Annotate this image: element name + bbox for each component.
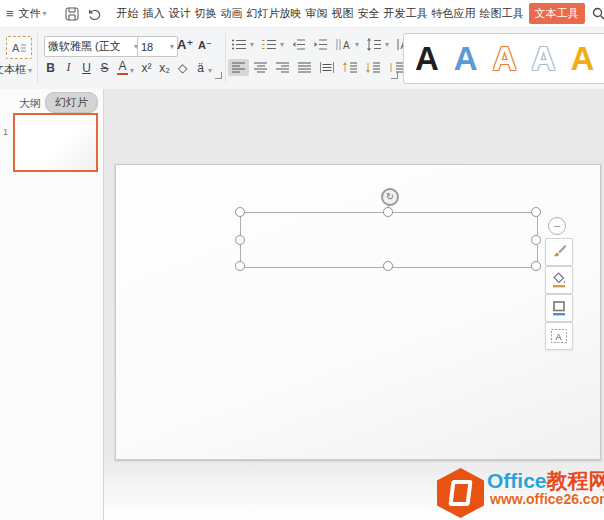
bold-button[interactable]: B <box>45 61 56 75</box>
tab-special-apps[interactable]: 特色应用 <box>430 6 478 21</box>
subscript-button[interactable]: x₂ <box>159 61 170 75</box>
chevron-down-icon[interactable]: ▾ <box>130 66 134 75</box>
resize-handle-top-left[interactable] <box>235 207 245 217</box>
justify-button[interactable] <box>297 61 312 74</box>
paragraph-dialog-launcher[interactable] <box>391 72 398 79</box>
line-spacing-icon <box>366 38 382 51</box>
find-button[interactable]: 查找 <box>592 6 604 21</box>
ribbon-tabs: 开始 插入 设计 切换 动画 幻灯片放映 审阅 视图 安全 开发工具 特色应用 … <box>115 3 585 24</box>
resize-handle-top-right[interactable] <box>531 207 541 217</box>
search-icon <box>592 7 604 20</box>
insert-textbox-icon[interactable]: A <box>6 36 32 59</box>
decrease-indent-button[interactable] <box>291 38 306 51</box>
align-right-button[interactable] <box>275 61 290 74</box>
decrease-paragraph-spacing-button[interactable] <box>365 61 381 74</box>
line-spacing-button[interactable]: ▾ <box>366 38 389 51</box>
superscript-button[interactable]: x² <box>141 61 152 75</box>
bullet-list-icon <box>231 38 247 51</box>
increase-paragraph-spacing-button[interactable] <box>342 61 358 74</box>
text-effects-icon: A <box>550 328 568 344</box>
tab-drawing-tools[interactable]: 绘图工具 <box>478 6 526 21</box>
resize-handle-middle-right[interactable] <box>531 235 541 245</box>
font-format-row: B I U S A ▾ x² x₂ ◇ ä ▾ <box>45 59 212 75</box>
distribute-icon <box>319 61 335 74</box>
text-direction-icon: A <box>335 38 352 51</box>
chevron-down-icon[interactable]: ▾ <box>43 9 47 18</box>
tab-animation[interactable]: 动画 <box>219 6 245 21</box>
align-center-button[interactable] <box>253 61 268 74</box>
tab-design[interactable]: 设计 <box>167 6 193 21</box>
tab-slideshow[interactable]: 幻灯片放映 <box>245 6 304 21</box>
rotate-handle[interactable]: ↻ <box>381 188 399 206</box>
char-settings-button[interactable]: ä <box>195 61 206 75</box>
align-left-button[interactable] <box>228 59 249 76</box>
save-icon[interactable] <box>65 7 79 21</box>
file-menu[interactable]: 文件 <box>19 6 41 21</box>
italic-button[interactable]: I <box>63 60 74 75</box>
chevron-down-icon: ▾ <box>170 42 174 51</box>
resize-handle-top-center[interactable] <box>383 207 393 217</box>
tab-home[interactable]: 开始 <box>115 6 141 21</box>
selected-textbox[interactable] <box>240 212 538 268</box>
tab-view[interactable]: 视图 <box>330 6 356 21</box>
text-style-white-outline[interactable]: A <box>532 42 556 75</box>
paragraph-row-1: ▾ ▾ A ▾ ▾ A ▾ <box>231 38 417 51</box>
resize-handle-bottom-center[interactable] <box>383 261 393 271</box>
numbered-list-button[interactable]: ▾ <box>261 38 284 51</box>
shape-fill-button[interactable] <box>545 266 573 294</box>
numbered-list-icon <box>261 38 277 51</box>
tab-text-tools[interactable]: 文本工具 <box>529 3 585 24</box>
tab-slides[interactable]: 幻灯片 <box>45 92 98 113</box>
tab-developer[interactable]: 开发工具 <box>382 6 430 21</box>
font-size-select[interactable]: 18 ▾ <box>137 36 178 57</box>
undo-icon[interactable] <box>87 7 101 21</box>
chevron-down-icon: ▾ <box>280 40 284 49</box>
tab-transitions[interactable]: 切换 <box>193 6 219 21</box>
increase-font-button[interactable]: A⁺ <box>177 37 193 52</box>
bullet-list-button[interactable]: ▾ <box>231 38 254 51</box>
text-style-gallery: A A A A A <box>403 33 604 84</box>
hamburger-icon[interactable]: ≡ <box>6 6 14 21</box>
chevron-down-icon[interactable]: ▾ <box>208 66 212 75</box>
text-style-black[interactable]: A <box>415 42 439 75</box>
object-style-button[interactable] <box>545 238 573 266</box>
text-style-gold[interactable]: A <box>570 42 594 75</box>
insert-textbox-button[interactable]: 文本框▾ <box>0 62 32 77</box>
wps-presentation-window: ≡ 文件 ▾ 开始 插入 设计 切换 动画 幻灯片放映 审阅 视图 安全 开发工… <box>0 0 604 520</box>
brush-icon <box>551 244 567 260</box>
text-tools-ribbon: A 文本框▾ 微软雅黑 (正文 ▾ 18 ▾ A⁺ A⁻ B I U S A ▾… <box>0 27 604 90</box>
collapse-float-toolbar-button[interactable]: – <box>548 217 566 235</box>
tab-outline[interactable]: 大纲 <box>19 96 41 111</box>
clear-format-icon[interactable]: ◇ <box>177 61 188 75</box>
font-color-button[interactable]: A <box>117 59 128 75</box>
svg-text:A: A <box>343 40 350 51</box>
strikethrough-button[interactable]: S <box>99 61 110 75</box>
shape-outline-button[interactable] <box>545 294 573 322</box>
font-name-select[interactable]: 微软雅黑 (正文 ▾ <box>44 36 142 57</box>
resize-handle-bottom-left[interactable] <box>235 261 245 271</box>
resize-handle-middle-left[interactable] <box>235 235 245 245</box>
chevron-down-icon: ▾ <box>355 40 359 49</box>
decrease-font-button[interactable]: A⁻ <box>198 39 212 52</box>
text-style-orange-outline[interactable]: A <box>493 42 517 75</box>
decrease-indent-icon <box>291 38 306 51</box>
text-style-blue[interactable]: A <box>454 42 478 75</box>
watermark-brand-blue: Office <box>487 469 547 492</box>
align-right-icon <box>275 61 290 74</box>
font-name-value: 微软雅黑 (正文 <box>48 39 121 54</box>
align-center-icon <box>253 61 268 74</box>
text-effects-button[interactable]: A <box>545 322 573 350</box>
underline-button[interactable]: U <box>81 61 92 75</box>
tab-review[interactable]: 审阅 <box>304 6 330 21</box>
text-direction-button[interactable]: A ▾ <box>335 38 359 51</box>
distribute-button[interactable] <box>319 61 335 74</box>
slide-page[interactable] <box>115 164 601 460</box>
divider <box>225 33 226 83</box>
svg-text:A: A <box>556 332 562 342</box>
slide-thumbnail[interactable] <box>13 113 98 172</box>
tab-insert[interactable]: 插入 <box>141 6 167 21</box>
resize-handle-bottom-right[interactable] <box>531 261 541 271</box>
font-dialog-launcher[interactable] <box>215 72 222 79</box>
increase-indent-button[interactable] <box>313 38 328 51</box>
tab-security[interactable]: 安全 <box>356 6 382 21</box>
